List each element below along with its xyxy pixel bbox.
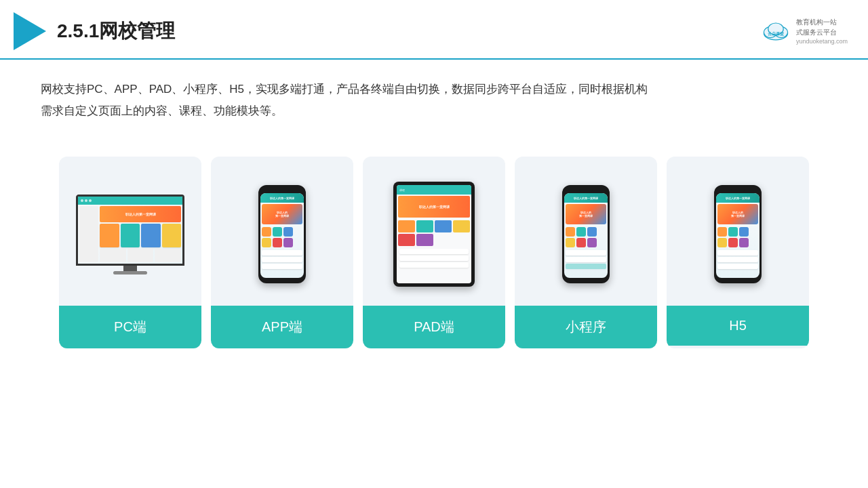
phone-mockup-h5: 职达人的第一堂网课 职达人的第一堂网课	[714, 185, 762, 283]
phone-mockup-app: 职达人的第一堂网课 职达人的第一堂网课	[258, 185, 306, 283]
card-label-app: APP端	[211, 306, 353, 348]
brand-tagline: 教育机构一站 式服务云平台 yunduoketang.com	[796, 17, 848, 46]
card-image-area-pc: 职达人的第一堂网课	[59, 157, 201, 306]
brand-logo: 云朵课堂 教育机构一站 式服务云平台 yunduoketang.com	[760, 17, 848, 46]
card-app: 职达人的第一堂网课 职达人的第一堂网课	[211, 157, 353, 348]
phone-mockup-mini: 职达人的第一堂网课 职达人的第一堂网课	[562, 185, 610, 283]
card-image-area-app: 职达人的第一堂网课 职达人的第一堂网课	[211, 157, 353, 306]
pc-screen: 职达人的第一堂网课	[76, 195, 184, 266]
card-image-area-h5: 职达人的第一堂网课 职达人的第一堂网课	[667, 157, 809, 306]
card-h5: 职达人的第一堂网课 职达人的第一堂网课	[667, 157, 809, 348]
cloud-logo-icon: 云朵课堂	[760, 20, 792, 42]
card-pc: 职达人的第一堂网课	[59, 157, 201, 348]
page-title: 2.5.1网校管理	[57, 18, 175, 44]
card-label-pad: PAD端	[363, 306, 505, 348]
description-text: 网校支持PC、APP、PAD、小程序、H5，实现多端打通，产品各终端自由切换，数…	[0, 60, 746, 129]
pc-mockup: 职达人的第一堂网课	[76, 195, 184, 274]
brand-url: yunduoketang.com	[796, 37, 848, 46]
page-header: 2.5.1网校管理 云朵课堂 教育机构一站 式服务云平台 yunduoketan…	[0, 0, 868, 60]
platform-cards: 职达人的第一堂网课	[0, 136, 868, 369]
card-image-area-mini: 职达人的第一堂网课 职达人的第一堂网课	[515, 157, 657, 306]
tablet-mockup: 课程 职达人的第一堂网课	[393, 182, 475, 287]
brand-triangle-icon	[14, 12, 46, 50]
header-left: 2.5.1网校管理	[14, 12, 175, 50]
description-line2: 需求自定义页面上的内容、课程、功能模块等。	[41, 100, 705, 122]
card-label-mini: 小程序	[515, 306, 657, 348]
card-image-area-pad: 课程 职达人的第一堂网课	[363, 157, 505, 306]
card-label-h5: H5	[667, 306, 809, 346]
description-line1: 网校支持PC、APP、PAD、小程序、H5，实现多端打通，产品各终端自由切换，数…	[41, 79, 705, 100]
svg-text:云朵课堂: 云朵课堂	[768, 31, 784, 36]
card-miniprogram: 职达人的第一堂网课 职达人的第一堂网课	[515, 157, 657, 348]
card-label-pc: PC端	[59, 306, 201, 348]
header-right: 云朵课堂 教育机构一站 式服务云平台 yunduoketang.com	[760, 17, 848, 46]
card-pad: 课程 职达人的第一堂网课	[363, 157, 505, 348]
